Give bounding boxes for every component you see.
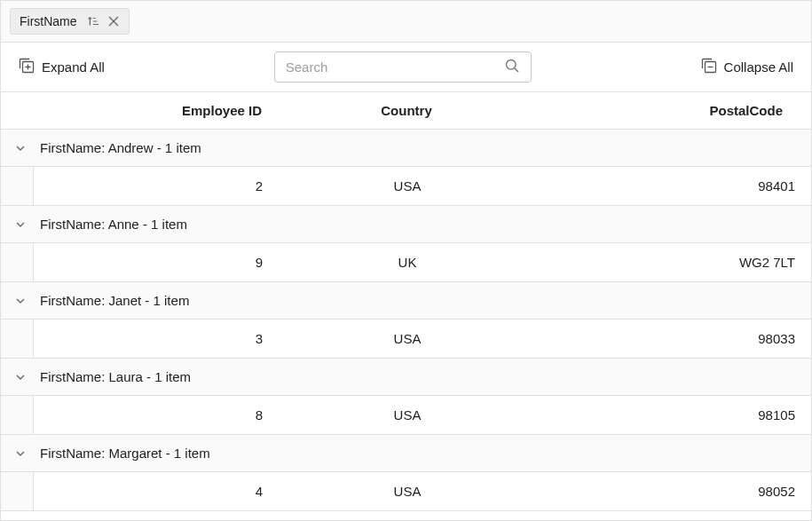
collapse-all-label: Collapse All bbox=[724, 59, 793, 75]
group-header[interactable]: FirstName: Janet - 1 item bbox=[1, 282, 811, 320]
group-indent-cell bbox=[1, 472, 34, 510]
expand-all-button[interactable]: Expand All bbox=[13, 54, 110, 80]
toolbar: Expand All Collapse All bbox=[1, 43, 811, 92]
group-chip-label: FirstName bbox=[20, 14, 77, 28]
column-header-country[interactable]: Country bbox=[278, 92, 535, 129]
group-header-label: FirstName: Janet - 1 item bbox=[40, 293, 189, 308]
close-icon[interactable] bbox=[107, 15, 120, 28]
chevron-down-icon bbox=[13, 294, 28, 308]
group-header-label: FirstName: Laura - 1 item bbox=[40, 369, 191, 384]
group-header-label: FirstName: Margaret - 1 item bbox=[40, 446, 210, 461]
grid-body[interactable]: FirstName: Andrew - 1 item2USA98401First… bbox=[1, 130, 811, 515]
collapse-all-icon bbox=[701, 58, 717, 76]
cell-employee-id: 4 bbox=[34, 472, 279, 510]
cell-postal-code: 98401 bbox=[536, 167, 811, 205]
cell-country: USA bbox=[279, 396, 536, 434]
table-row[interactable]: 4USA98052 bbox=[1, 472, 811, 511]
group-chip-firstname[interactable]: FirstName bbox=[10, 8, 130, 35]
column-header-postal-code[interactable]: PostalCode bbox=[535, 92, 811, 129]
cell-country: UK bbox=[279, 243, 536, 281]
group-indent-cell bbox=[1, 396, 34, 434]
table-row[interactable]: 2USA98401 bbox=[1, 167, 811, 206]
collapse-all-button[interactable]: Collapse All bbox=[696, 54, 799, 80]
cell-employee-id: 9 bbox=[34, 243, 279, 281]
group-indent-cell bbox=[1, 243, 34, 281]
group-header-label: FirstName: Anne - 1 item bbox=[40, 217, 187, 232]
cell-employee-id: 2 bbox=[34, 167, 279, 205]
group-header[interactable]: FirstName: Margaret - 1 item bbox=[1, 435, 811, 472]
chevron-down-icon bbox=[13, 446, 28, 461]
table-row[interactable]: 9UKWG2 7LT bbox=[1, 243, 811, 282]
group-panel: FirstName bbox=[1, 1, 811, 43]
grid: Employee ID Country PostalCode FirstName… bbox=[1, 92, 811, 518]
group-header[interactable]: FirstName: Andrew - 1 item bbox=[1, 130, 811, 167]
cell-employee-id: 8 bbox=[34, 396, 279, 434]
search-box[interactable] bbox=[274, 51, 532, 83]
column-header-employee-id[interactable]: Employee ID bbox=[33, 92, 278, 129]
expand-all-icon bbox=[19, 58, 35, 76]
group-header[interactable]: FirstName: Anne - 1 item bbox=[1, 206, 811, 243]
table-row[interactable]: 3USA98033 bbox=[1, 320, 811, 359]
cell-postal-code: 98052 bbox=[536, 472, 811, 510]
cell-country: USA bbox=[279, 472, 536, 510]
chevron-down-icon bbox=[13, 217, 28, 232]
group-header[interactable]: FirstName: Laura - 1 item bbox=[1, 359, 811, 396]
cell-postal-code: 98033 bbox=[536, 320, 811, 358]
cell-employee-id: 3 bbox=[34, 320, 279, 358]
cell-postal-code: 98105 bbox=[536, 396, 811, 434]
group-header-label: FirstName: Andrew - 1 item bbox=[40, 140, 201, 155]
column-header-group-indent bbox=[1, 92, 33, 129]
cell-country: USA bbox=[279, 320, 536, 358]
group-indent-cell bbox=[1, 167, 34, 205]
svg-point-1 bbox=[506, 60, 516, 70]
search-icon[interactable] bbox=[504, 58, 520, 76]
expand-all-label: Expand All bbox=[42, 59, 105, 75]
search-input[interactable] bbox=[286, 59, 504, 75]
cell-postal-code: WG2 7LT bbox=[536, 243, 811, 281]
cell-country: USA bbox=[279, 167, 536, 205]
table-row[interactable]: 8USA98105 bbox=[1, 396, 811, 435]
chevron-down-icon bbox=[13, 141, 28, 155]
column-header-row: Employee ID Country PostalCode bbox=[1, 92, 811, 130]
group-indent-cell bbox=[1, 320, 34, 358]
sort-ascending-icon[interactable] bbox=[86, 15, 99, 28]
chevron-down-icon bbox=[13, 370, 28, 384]
